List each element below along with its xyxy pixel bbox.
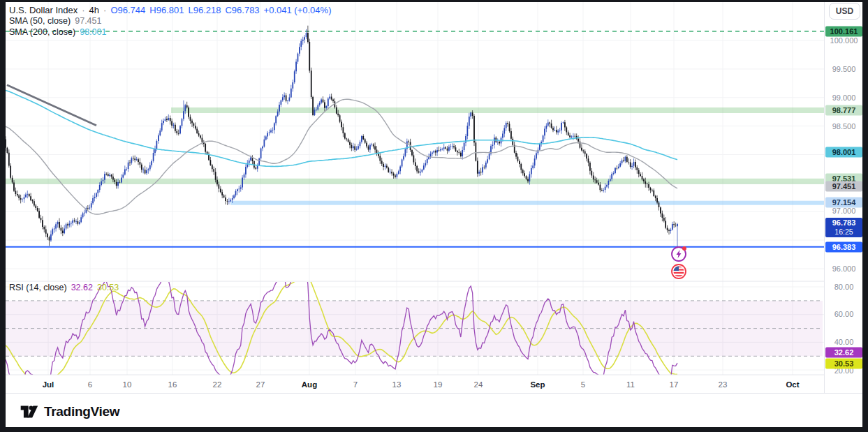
time-axis-label-7[interactable]: 7 [353, 380, 358, 389]
price-badge-96.383: 96.383 [825, 242, 862, 253]
time-axis-label-Jul[interactable]: Jul [43, 380, 54, 389]
time-axis-label-16[interactable]: 16 [168, 380, 177, 389]
window-border-bottom [0, 427, 868, 432]
sma50-value: 97.451 [75, 16, 101, 26]
ohlc-open: O96.744 [110, 5, 145, 15]
sma200-legend[interactable]: SMA (200, close) 98.001 [9, 27, 106, 37]
time-axis-label-13[interactable]: 13 [392, 380, 402, 389]
price-badge-98.001: 98.001 [825, 147, 862, 158]
candlesticks[interactable] [6, 26, 677, 257]
time-axis-label-11[interactable]: 11 [626, 380, 635, 389]
tradingview-logo[interactable]: TradingView [20, 403, 119, 420]
tradingview-logo-text: TradingView [44, 404, 119, 419]
time-axis-label-17[interactable]: 17 [670, 380, 679, 389]
ohlc-low: L96.218 [188, 5, 221, 15]
time-axis-label-10[interactable]: 10 [123, 380, 132, 389]
countdown-timer: 16:25 [825, 228, 862, 237]
window-border-left [0, 0, 6, 432]
footer-bar: TradingView [0, 394, 862, 427]
price-badge-32.62: 32.62 [825, 348, 862, 358]
rsi-value: 32.62 [71, 283, 93, 292]
interval-label[interactable]: 4h [89, 5, 99, 15]
window-border-right [862, 0, 868, 432]
axis-label-96.000: 96.000 [825, 265, 863, 273]
ohlc-close: C96.783 [225, 5, 259, 15]
time-axis-label-Oct[interactable]: Oct [786, 380, 799, 389]
axis-label-80.00: 80.00 [825, 283, 863, 291]
time-axis-label-22[interactable]: 22 [213, 380, 222, 389]
price-badge-100.161: 100.161 [825, 27, 862, 37]
price-chart-canvas[interactable]: Jul610162227Aug7131924Sep5111723Oct [0, 0, 824, 393]
ohlc-high: H96.801 [149, 5, 184, 15]
time-axis-label-24[interactable]: 24 [474, 380, 483, 389]
tradingview-logo-icon [20, 403, 38, 420]
axis-label-99.000: 99.000 [825, 94, 863, 102]
rsi-ma-value: 30.53 [97, 283, 119, 292]
sma50-legend[interactable]: SMA (50, close) 97.451 [9, 16, 101, 26]
currency-button[interactable]: USD [829, 3, 860, 20]
rsi-legend[interactable]: RSI (14, close) 32.62 30.53 [9, 283, 119, 292]
time-axis-label-5[interactable]: 5 [581, 380, 585, 389]
time-axis-label-Sep[interactable]: Sep [530, 380, 545, 389]
axis-label-60.00: 60.00 [825, 310, 863, 318]
time-axis-label-Aug[interactable]: Aug [302, 380, 317, 389]
price-badge-97.451: 97.451 [825, 181, 862, 192]
tradingview-chart-window: Jul610162227Aug7131924Sep5111723Oct U.S.… [0, 0, 868, 432]
price-badge-97.154: 97.154 [825, 198, 862, 208]
price-badge-30.53: 30.53 [825, 359, 862, 369]
sma200-value: 98.001 [80, 27, 106, 37]
price-badge-96.783: 96.78316:25 [825, 218, 862, 237]
ohlc-change: +0.041 (+0.04%) [264, 5, 332, 15]
axis-separator [0, 393, 862, 394]
symbol-legend[interactable]: U.S. Dollar Index · 4h · O96.744 H96.801… [9, 5, 331, 15]
price-badge-98.777: 98.777 [825, 105, 862, 116]
time-axis-label-27[interactable]: 27 [256, 380, 265, 389]
time-axis-label-6[interactable]: 6 [88, 380, 92, 389]
time-axis-label-23[interactable]: 23 [719, 380, 728, 389]
axis-label-97.000: 97.000 [825, 207, 863, 215]
us-flag-event-icon[interactable] [670, 262, 688, 283]
axis-label-98.500: 98.500 [825, 122, 863, 131]
axis-label-40.00: 40.00 [825, 338, 863, 346]
axis-label-99.500: 99.500 [825, 65, 863, 73]
symbol-title: U.S. Dollar Index [9, 5, 78, 15]
price-axis[interactable]: USD 100.00099.50099.00098.50097.00096.00… [824, 0, 862, 393]
time-axis-label-19[interactable]: 19 [434, 380, 443, 389]
window-border-top [0, 0, 868, 2]
axis-label-100.000: 100.000 [825, 36, 863, 45]
